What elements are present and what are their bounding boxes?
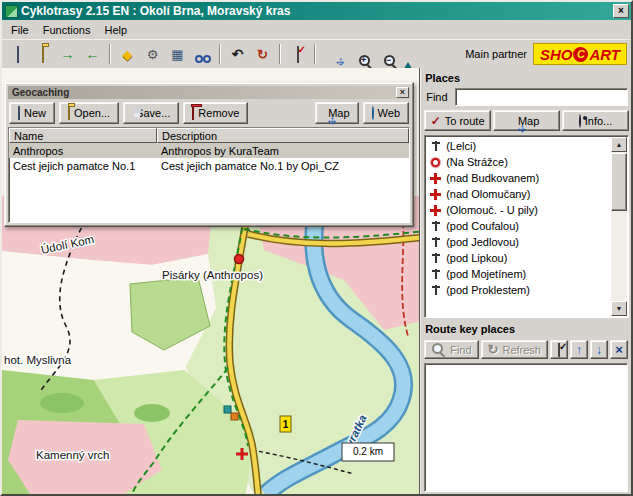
place-list-item[interactable]: (Olomouč. - U pily) — [427, 202, 610, 218]
geocache-row[interactable]: AnthroposAnthropos by KuraTeam — [9, 143, 409, 158]
geocache-table: NameDescription AnthroposAnthropos by Ku… — [8, 127, 410, 223]
close-button[interactable] — [613, 4, 629, 18]
scroll-down-button[interactable] — [611, 301, 627, 316]
logo-c-badge: C — [573, 47, 588, 62]
place-list-item[interactable]: (Lelci) — [427, 138, 610, 154]
menu-file[interactable]: File — [4, 22, 36, 38]
route-checkbox-button[interactable] — [550, 340, 568, 359]
gear-icon — [429, 158, 442, 167]
pan-button[interactable] — [320, 42, 345, 66]
geocaching-title: Geocaching — [12, 87, 396, 98]
geocache-row[interactable]: Cest jejich pamatce No.1Cest jejich pama… — [9, 158, 409, 173]
place-list-item[interactable]: (pod Proklestem) — [427, 282, 610, 298]
places-list[interactable]: (Lelci)(Na Strážce)(nad Budkovanem)(nad … — [424, 135, 629, 318]
refresh-button[interactable]: ↻ — [250, 42, 275, 66]
trash-icon — [192, 107, 194, 119]
profile-icon — [402, 47, 414, 62]
up-arrow-icon: ↑ — [576, 344, 582, 356]
toolbar-separator — [219, 44, 221, 64]
place-list-item[interactable]: (pod Mojetínem) — [427, 266, 610, 282]
route-point-badge[interactable]: 1 — [280, 416, 291, 432]
app-map-icon — [5, 5, 18, 18]
export-button[interactable]: ← — [80, 42, 105, 66]
map-label-kamenny: Kamenný vrch — [36, 449, 110, 461]
tools-icon: ⚙ — [147, 47, 159, 62]
refresh-icon: ↻ — [488, 343, 499, 356]
geocaching-map-button[interactable]: Map — [315, 102, 358, 124]
export-icon: ← — [86, 47, 100, 62]
poi-diamond-icon: ◆ — [123, 47, 133, 62]
binoculars-button[interactable] — [190, 42, 215, 66]
route-down-arrow-button[interactable]: ↓ — [590, 340, 608, 359]
new-button[interactable] — [5, 42, 30, 66]
grid-icon: ▦ — [171, 47, 183, 62]
signpost-icon — [429, 253, 442, 263]
map-scale: 0.2 km — [342, 443, 394, 461]
geocaching-toolbar: NewOpen...Save...Remove MapWeb — [8, 99, 410, 127]
route-find-button[interactable]: Find — [424, 340, 478, 359]
logo-text: SHO — [540, 46, 573, 63]
geocaching-new-button[interactable]: New — [9, 102, 55, 124]
logo-text: ART — [589, 46, 620, 63]
map-marker-orange[interactable] — [231, 413, 238, 420]
route-refresh-label: Refresh — [502, 344, 541, 356]
undo-button[interactable]: ↶ — [225, 42, 250, 66]
edit-check-button[interactable] — [285, 42, 310, 66]
place-list-item[interactable]: (pod Lipkou) — [427, 250, 610, 266]
route-key-places-toolbar: Find ↻ Refresh ↑↓× — [424, 340, 629, 359]
zoom-out-button[interactable]: − — [370, 42, 395, 66]
route-close-button[interactable]: × — [610, 340, 628, 359]
route-key-places-list[interactable] — [424, 363, 628, 492]
down-arrow-icon: ↓ — [596, 344, 602, 356]
import-button[interactable]: → — [55, 42, 80, 66]
place-list-item[interactable]: (nad Budkovanem) — [427, 170, 610, 186]
geocache-description: Cest jejich pamatce No.1 by Opi_CZ — [157, 160, 409, 172]
menu-help[interactable]: Help — [97, 22, 134, 38]
undo-icon: ↶ — [232, 47, 244, 62]
menu-functions[interactable]: Functions — [36, 22, 98, 38]
page-icon — [18, 107, 20, 119]
toolbar-separator — [279, 44, 281, 64]
place-list-item[interactable]: (Na Strážce) — [427, 154, 610, 170]
find-input[interactable] — [455, 88, 628, 106]
globe-icon — [372, 107, 374, 119]
scroll-up-button[interactable] — [611, 137, 627, 152]
geocaching-close-button[interactable] — [396, 87, 409, 98]
place-list-item[interactable]: (pod Coufalou) — [427, 218, 610, 234]
open-button[interactable] — [30, 42, 55, 66]
places-scrollbar[interactable] — [611, 137, 627, 316]
poi-diamond-button[interactable]: ◆ — [115, 42, 140, 66]
map-button[interactable]: Map — [493, 110, 560, 131]
shocart-logo[interactable]: SHO C ART — [533, 43, 627, 65]
import-icon: → — [61, 47, 75, 62]
titlebar[interactable]: Cyklotrasy 2.15 EN : Okolí Brna, Moravsk… — [2, 2, 631, 20]
map-scale-label: 0.2 km — [353, 446, 383, 457]
places-panel: Places Find ✓To routeMapInfo... (Lelci)(… — [420, 68, 631, 494]
profile-button[interactable] — [395, 42, 420, 66]
place-label: (Olomouč. - U pily) — [446, 204, 538, 216]
route-up-arrow-button[interactable]: ↑ — [570, 340, 588, 359]
geocaching-open-button[interactable]: Open... — [59, 102, 119, 124]
geocaching-remove-button[interactable]: Remove — [183, 102, 248, 124]
geocaching-titlebar[interactable]: Geocaching — [8, 86, 410, 99]
column-header-name[interactable]: Name — [9, 128, 157, 143]
scrollbar-thumb[interactable] — [611, 153, 627, 211]
info-button[interactable]: Info... — [562, 110, 629, 131]
button-label: To route — [445, 115, 485, 127]
map-viewport[interactable]: 1 Údolí Kom Pisárky (Anthropos) hot. Mys… — [2, 68, 420, 494]
to-route-button[interactable]: ✓To route — [424, 110, 491, 131]
grid-button[interactable]: ▦ — [165, 42, 190, 66]
geocaching-save-button[interactable]: Save... — [123, 102, 179, 124]
place-list-item[interactable]: (nad Olomučany) — [427, 186, 610, 202]
geocaching-web-button[interactable]: Web — [363, 102, 409, 124]
check-icon: ✓ — [431, 115, 441, 127]
route-refresh-button[interactable]: ↻ Refresh — [481, 340, 548, 359]
map-marker-teal[interactable] — [224, 406, 231, 413]
column-header-description[interactable]: Description — [157, 128, 409, 143]
checkbox-icon — [558, 344, 560, 356]
magnifier-icon — [431, 342, 446, 357]
zoom-in-button[interactable]: + — [345, 42, 370, 66]
geocache-marker[interactable] — [235, 255, 244, 264]
tools-button[interactable]: ⚙ — [140, 42, 165, 66]
place-list-item[interactable]: (pod Jedlovou) — [427, 234, 610, 250]
